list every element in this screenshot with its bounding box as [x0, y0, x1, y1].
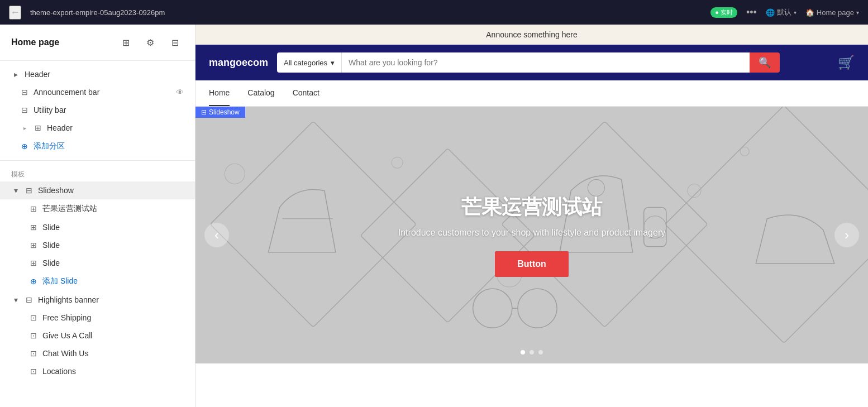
sidebar-item-header[interactable]: ▸ ⊞ Header [0, 119, 195, 137]
slideshow-child1-icon: ⊞ [29, 204, 38, 213]
slide-prev-button[interactable]: ‹ [204, 223, 229, 247]
slide-dot-2[interactable] [530, 350, 534, 355]
sidebar-item-slide3[interactable]: ⊞ Slide [0, 254, 195, 272]
home-page-selector[interactable]: 🏠 Home page ▾ [805, 8, 859, 17]
sidebar: Home page ⊞ ⚙ ⊟ ▸ Header ⊟ Announcement … [0, 25, 195, 407]
live-badge: ● 实时 [710, 7, 737, 18]
announcement-text: Announce something here [486, 30, 577, 39]
search-button[interactable]: 🔍 [750, 52, 780, 73]
eye-icon[interactable]: 👁 [176, 88, 184, 97]
highlights-label: Highlights banner [38, 295, 184, 304]
header-arrow-icon: ▸ [20, 125, 29, 131]
sidebar-header: Home page ⊞ ⚙ ⊟ [0, 25, 195, 61]
nav-item-contact[interactable]: Contact [293, 80, 319, 106]
slideshow-child1-label: 芒果运营测试站 [42, 204, 184, 214]
slide-dot-3[interactable] [538, 350, 543, 355]
sidebar-item-add-section[interactable]: ⊕ 添加分区 [0, 137, 195, 156]
sidebar-item-add-slide[interactable]: ⊕ 添加 Slide [0, 272, 195, 291]
header-label: Header [47, 123, 184, 132]
page-filename: theme-export-empire-05aug2023-0926pm [30, 8, 165, 17]
sidebar-item-utility[interactable]: ⊟ Utility bar [0, 101, 195, 119]
sidebar-grid-icon[interactable]: ⊟ [166, 33, 184, 51]
nav-item-catalog[interactable]: Catalog [247, 80, 274, 106]
sidebar-item-free-shipping[interactable]: ⊡ Free Shipping [0, 309, 195, 327]
preview-content: Announce something here mangoecom All ca… [195, 25, 868, 407]
store-nav: Home Catalog Contact [195, 80, 868, 107]
chat-icon: ⊡ [29, 349, 38, 358]
section-divider [0, 160, 195, 161]
sidebar-content: ▸ Header ⊟ Announcement bar 👁 ⊟ Utility … [0, 61, 195, 407]
highlights-collapse-icon: ▾ [11, 295, 20, 304]
search-category-dropdown[interactable]: All categories ▾ [277, 52, 342, 73]
home-icon: 🏠 [805, 8, 814, 17]
slide3-label: Slide [42, 258, 184, 267]
svg-point-7 [392, 157, 403, 168]
free-shipping-icon: ⊡ [29, 313, 38, 322]
store-logo: mangoecom [209, 57, 268, 69]
locations-label: Locations [42, 367, 184, 376]
sidebar-item-locations[interactable]: ⊡ Locations [0, 362, 195, 380]
language-selector[interactable]: 🌐 默认 ▾ [766, 7, 797, 17]
svg-point-10 [740, 147, 749, 156]
highlights-icon: ⊟ [25, 295, 34, 304]
chevron-down-icon: ▾ [794, 9, 797, 16]
slide-indicators [521, 350, 543, 355]
chat-label: Chat With Us [42, 349, 184, 358]
sidebar-item-announcement[interactable]: ⊟ Announcement bar 👁 [0, 83, 195, 101]
sidebar-item-chat-with-us[interactable]: ⊡ Chat With Us [0, 344, 195, 362]
add-section-label: 添加分区 [34, 141, 184, 151]
slideshow-subtitle: Introduce customers to your shop with li… [398, 228, 665, 238]
category-label: All categories [284, 59, 327, 67]
category-chevron-icon: ▾ [331, 59, 335, 67]
slideshow-section-badge[interactable]: ⊟ Slideshow [195, 107, 245, 118]
slide2-icon: ⊞ [29, 241, 38, 250]
more-options-button[interactable]: ••• [746, 7, 757, 18]
utility-icon: ⊟ [20, 106, 29, 114]
slide-next-button[interactable]: › [834, 223, 859, 247]
sidebar-item-give-us-call[interactable]: ⊡ Give Us A Call [0, 327, 195, 344]
sidebar-item-slide1[interactable]: ⊞ Slide [0, 218, 195, 236]
header-section-icon: ▸ [11, 70, 20, 79]
slideshow-badge-icon: ⊟ [201, 108, 207, 116]
sidebar-item-slideshow[interactable]: ▾ ⊟ Slideshow [0, 181, 195, 199]
slideshow-cta-button[interactable]: Button [495, 251, 569, 277]
announcement-icon: ⊟ [20, 88, 29, 97]
globe-icon: 🌐 [766, 8, 775, 17]
slide1-icon: ⊞ [29, 223, 38, 232]
sidebar-item-slideshow-child1[interactable]: ⊞ 芒果运营测试站 [0, 199, 195, 218]
back-button[interactable]: ← [9, 6, 21, 20]
slide2-label: Slide [42, 241, 184, 250]
sidebar-item-highlights[interactable]: ▾ ⊟ Highlights banner [0, 291, 195, 309]
svg-rect-0 [210, 121, 416, 327]
template-section-label: 模板 [0, 165, 195, 181]
free-shipping-label: Free Shipping [42, 313, 184, 322]
slideshow-collapse-icon: ▾ [11, 186, 20, 195]
slide3-icon: ⊞ [29, 258, 38, 267]
sidebar-item-slide2[interactable]: ⊞ Slide [0, 236, 195, 254]
header-icon: ⊞ [34, 123, 42, 132]
search-input[interactable] [342, 52, 750, 73]
slideshow-label: Slideshow [38, 186, 184, 195]
main-layout: Home page ⊞ ⚙ ⊟ ▸ Header ⊟ Announcement … [0, 25, 868, 407]
slideshow: ⊟ Slideshow [195, 107, 868, 363]
add-slide-label: 添加 Slide [42, 276, 184, 286]
slide-dot-1[interactable] [521, 350, 525, 355]
nav-item-home[interactable]: Home [209, 80, 230, 106]
slideshow-title: 芒果运营测试站 [398, 194, 665, 221]
store-header: mangoecom All categories ▾ 🔍 🛒 [195, 45, 868, 80]
plus-icon: ⊕ [20, 142, 29, 151]
sidebar-section-header: ▸ Header [0, 65, 195, 83]
svg-point-6 [225, 164, 245, 184]
sidebar-title: Home page [11, 37, 59, 47]
slideshow-badge-label: Slideshow [209, 108, 240, 116]
sidebar-toolbar: ⊞ ⚙ ⊟ [117, 33, 184, 51]
sidebar-settings-icon[interactable]: ⚙ [141, 33, 159, 51]
slideshow-icon: ⊟ [25, 186, 34, 195]
search-icon: 🔍 [759, 57, 771, 68]
svg-point-11 [473, 289, 512, 328]
cart-icon[interactable]: 🛒 [838, 55, 855, 70]
give-us-call-icon: ⊡ [29, 331, 38, 340]
sidebar-layers-icon[interactable]: ⊞ [117, 33, 135, 51]
announcement-label: Announcement bar [34, 88, 171, 97]
search-bar: All categories ▾ 🔍 [277, 52, 780, 73]
